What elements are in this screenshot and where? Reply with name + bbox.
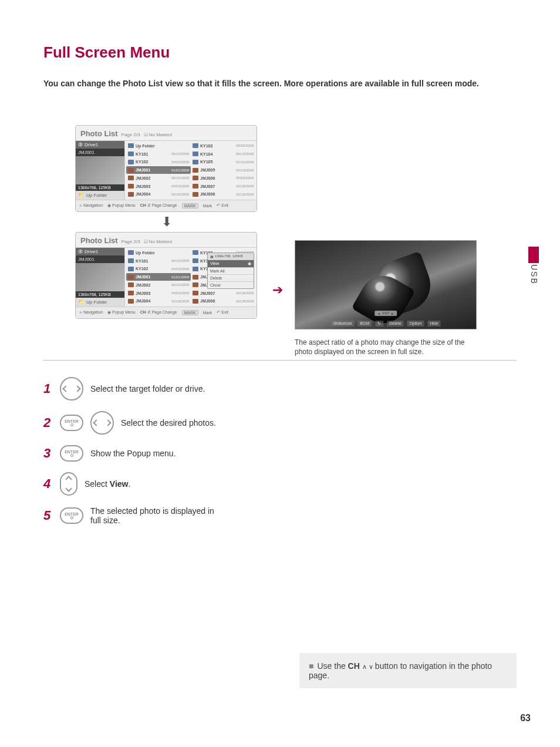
file-row[interactable]: JMJ00802/18/2008 xyxy=(191,190,255,198)
file-row[interactable]: JMJ00802/18/2008 xyxy=(191,297,255,305)
file-row[interactable]: JMJ00304/03/2008 xyxy=(126,289,191,297)
enter-button-icon: ENTER xyxy=(60,507,83,524)
file-date: 01/31/2008 xyxy=(236,160,254,164)
file-row[interactable]: JMJ00402/18/2008 xyxy=(126,190,191,198)
fullscreen-controls: Slideshow BGM ↻ Delete Option Hide xyxy=(330,321,440,327)
arrow-right-icon: ➔ xyxy=(272,282,283,298)
file-row[interactable]: JMJ00505/13/2008 xyxy=(191,166,255,174)
file-row[interactable]: Up Folder xyxy=(126,249,191,257)
file-row[interactable]: JMJ00402/18/2008 xyxy=(126,297,191,305)
file-name: KY105 xyxy=(200,160,234,164)
file-name: KY104 xyxy=(200,152,234,156)
file-row[interactable]: JMJ00206/15/2008 xyxy=(126,174,191,182)
file-row[interactable]: KY10501/31/2008 xyxy=(191,158,255,166)
file-date: 04/03/2008 xyxy=(171,160,189,164)
file-name: JMJ004 xyxy=(136,192,170,196)
folder-icon xyxy=(193,258,198,263)
ctrl-hide[interactable]: Hide xyxy=(427,321,440,327)
file-row[interactable]: JMJ00304/03/2008 xyxy=(126,182,191,190)
photo-list-panel-2: Photo List Page 2/3 ☑ No Marked ⦿ Drive1… xyxy=(75,232,257,319)
file-row[interactable]: Up Folder xyxy=(126,142,191,150)
nav-ring-icon xyxy=(90,411,114,435)
ctrl-bgm[interactable]: BGM xyxy=(357,321,372,327)
photo-icon xyxy=(128,291,134,295)
file-date: 01/01/2008 xyxy=(171,275,189,279)
photo-icon xyxy=(128,192,134,197)
side-tab-usb: USB xyxy=(529,264,539,285)
ctrl-slideshow[interactable]: Slideshow xyxy=(330,321,354,327)
file-date: 01/01/2008 xyxy=(171,169,189,172)
chevron-down-icon: ∨ xyxy=(369,663,375,670)
step-5: 5 ENTER The selected photo is displayed … xyxy=(43,506,517,525)
file-date: 04/03/2008 xyxy=(171,267,189,271)
popup-view[interactable]: View◉ xyxy=(208,260,254,267)
file-row[interactable]: KY10204/03/2008 xyxy=(126,158,191,166)
photo-icon xyxy=(128,275,134,280)
file-row[interactable]: JMJ00605/26/2008 xyxy=(191,174,255,182)
file-row[interactable]: KY10204/03/2008 xyxy=(126,265,191,273)
step-text: Select View. xyxy=(85,479,130,489)
photo-list-page: Page 2/3 xyxy=(122,132,140,137)
ctrl-option[interactable]: Option xyxy=(407,321,424,327)
popup-close[interactable]: Close xyxy=(208,281,254,288)
photo-icon xyxy=(193,192,198,197)
photo-icon xyxy=(128,176,134,180)
nav-ring-icon xyxy=(60,377,83,401)
photo-icon xyxy=(193,282,198,287)
file-name: JMJ007 xyxy=(200,291,234,295)
file-row[interactable]: JMJ00101/01/2008 xyxy=(126,273,191,281)
file-grid: Up FolderKY10303/30/2008KY10106/10/2008K… xyxy=(125,141,257,200)
photo-icon xyxy=(193,176,198,180)
up-folder-button[interactable]: 📁 Up Folder xyxy=(76,191,124,200)
fullscreen-photo-view: ◂1/17▸ Slideshow BGM ↻ Delete Option Hid… xyxy=(295,240,477,329)
preview-thumbnail xyxy=(76,156,124,184)
photo-icon xyxy=(193,184,198,189)
tip-box: ■Use the CH ∧ ∨ button to navigation in … xyxy=(299,653,517,688)
folder-icon xyxy=(128,250,134,255)
folder-name: JMJ001 xyxy=(76,149,124,156)
file-row[interactable]: KY10106/10/2008 xyxy=(126,257,191,265)
enter-button-icon: ENTER xyxy=(60,415,83,431)
file-row[interactable]: JMJ00702/18/2008 xyxy=(191,182,255,190)
file-date: 06/10/2008 xyxy=(171,152,189,156)
file-name: JMJ007 xyxy=(200,184,234,189)
popup-mark-all[interactable]: Mark All xyxy=(208,267,254,274)
drive-label[interactable]: ⦿ Drive1 xyxy=(76,141,124,149)
ctrl-delete[interactable]: Delete xyxy=(387,321,403,327)
file-date: 02/18/2008 xyxy=(236,300,254,303)
file-row[interactable]: KY10303/30/2008 xyxy=(191,142,255,150)
file-date: 05/13/2008 xyxy=(236,169,254,172)
file-date: 06/10/2008 xyxy=(171,259,189,263)
file-date: 06/15/2008 xyxy=(171,176,189,180)
file-name: JMJ008 xyxy=(200,299,234,303)
file-name: JMJ004 xyxy=(136,299,170,303)
file-date: 04/03/2008 xyxy=(171,291,189,295)
photo-counter: ◂1/17▸ xyxy=(375,311,397,316)
file-row[interactable]: JMJ00101/01/2008 xyxy=(126,166,191,174)
photo-icon xyxy=(128,299,134,304)
photo-icon xyxy=(193,275,198,280)
folder-icon xyxy=(193,160,198,164)
file-date: 06/15/2008 xyxy=(171,283,189,287)
file-row[interactable]: KY10106/10/2008 xyxy=(126,150,191,158)
chevron-up-icon: ∧ xyxy=(362,663,369,670)
file-row[interactable]: JMJ00702/18/2008 xyxy=(191,289,255,297)
file-name: JMJ002 xyxy=(136,283,170,287)
folder-icon xyxy=(193,267,198,271)
photo-icon xyxy=(193,168,198,173)
file-name: KY102 xyxy=(136,267,170,271)
file-date: 05/26/2008 xyxy=(236,176,254,180)
ctrl-rotate[interactable]: ↻ xyxy=(375,321,383,327)
file-row[interactable]: KY10406/19/2008 xyxy=(191,150,255,158)
arrow-down-icon: ⬇ xyxy=(155,214,178,230)
file-row[interactable]: JMJ00206/15/2008 xyxy=(126,281,191,289)
photo-meta: 1366x768, 125KB xyxy=(76,184,124,191)
folder-icon xyxy=(128,152,134,156)
file-name: JMJ008 xyxy=(200,192,234,196)
step-1: 1 Select the target folder or drive. xyxy=(43,377,517,401)
footer-exit: ↶ Exit xyxy=(217,203,228,208)
step-text: Select the target folder or drive. xyxy=(90,384,205,393)
popup-delete[interactable]: Delete xyxy=(208,274,254,281)
file-name: KY103 xyxy=(200,144,234,148)
step-4: 4 Select View. xyxy=(43,472,517,496)
